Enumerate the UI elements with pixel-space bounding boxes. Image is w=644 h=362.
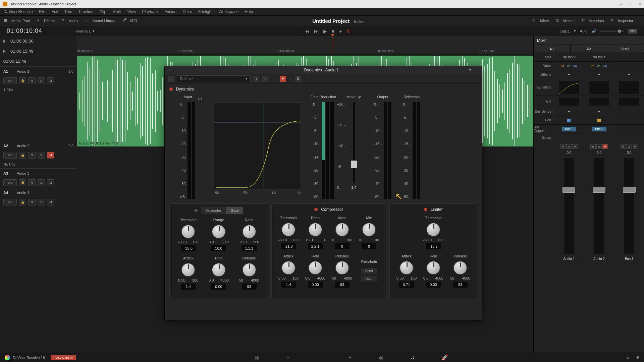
ch-mute-button[interactable]: M [633, 144, 638, 149]
sidechain-listen-button[interactable]: Listen [361, 276, 378, 282]
knob-value[interactable]: 0.00 [308, 282, 323, 288]
cut-page-icon[interactable]: ✂ [286, 354, 291, 361]
metadata-button[interactable]: 🏷Metadata [581, 18, 604, 23]
fairlight-page-icon[interactable]: ♫ [411, 354, 415, 361]
add-preset-button[interactable]: + [168, 76, 174, 82]
dynamics-cell[interactable] [554, 79, 584, 96]
eq-cell[interactable] [614, 96, 644, 107]
record-button[interactable]: ● [339, 28, 342, 34]
play-button[interactable]: ▶ [323, 28, 327, 34]
knob-value[interactable]: 93 [242, 284, 257, 290]
media-page-icon[interactable]: ▦ [255, 354, 260, 361]
ratio-knob[interactable] [308, 223, 322, 237]
track-header[interactable]: A2Audio 22.0 [0, 141, 77, 150]
track-header[interactable]: A4Audio 4 [0, 188, 77, 197]
record-arm-button[interactable]: R [28, 152, 36, 159]
track-header[interactable]: A1Audio 11.0 [0, 66, 77, 76]
sound-library-button[interactable]: ♪Sound Library [85, 18, 115, 23]
speaker-icon[interactable]: 🔊 [592, 29, 596, 33]
settings-icon[interactable]: ⚙ [636, 355, 639, 360]
mute-button[interactable]: M [47, 199, 54, 205]
loop-button[interactable]: ↻ [347, 28, 351, 34]
hold-knob[interactable] [308, 261, 322, 275]
ch-record-button[interactable]: R [621, 144, 626, 149]
attack-knob[interactable] [281, 261, 296, 275]
knob-value[interactable]: 0.00 [211, 284, 226, 290]
index-button[interactable]: ≡Index [62, 18, 78, 23]
bus-output-cell[interactable]: Bus 1 [554, 125, 584, 133]
home-icon[interactable]: ⌂ [627, 355, 629, 360]
monitor-bus[interactable]: Bus 1 [560, 29, 570, 33]
eq-cell[interactable] [584, 96, 614, 107]
dynamics-curve[interactable]: -60-40-200 [214, 102, 301, 189]
dynamics-cell[interactable] [614, 79, 644, 96]
ch-solo-button[interactable]: S [566, 144, 572, 149]
add-send-button[interactable]: + [584, 107, 614, 116]
effects-button[interactable]: ✦Effects [37, 18, 55, 23]
next-button[interactable]: ⏭ [314, 28, 319, 34]
knob-value[interactable]: 2.2:1 [308, 243, 323, 249]
menu-item[interactable]: Playback [142, 9, 158, 14]
menu-item[interactable]: View [127, 9, 136, 14]
range-knob[interactable] [212, 225, 226, 239]
threshold-knob[interactable] [426, 223, 440, 237]
menu-item[interactable]: File [39, 9, 45, 14]
track-level[interactable]: 0.0 [3, 77, 17, 84]
gate-tab[interactable]: Gate [226, 207, 244, 214]
solo-button[interactable]: S [38, 179, 45, 186]
knob-value[interactable]: 1.4 [181, 284, 196, 290]
add-effect-button[interactable]: + [614, 70, 644, 79]
fader[interactable] [624, 158, 634, 254]
input-cell[interactable]: No Input [584, 53, 614, 61]
order-cell[interactable]: FXDYEQ [584, 62, 614, 70]
fader-handle[interactable] [623, 187, 636, 193]
close-icon[interactable]: ✕ [638, 2, 641, 6]
makeup-slider[interactable] [353, 102, 355, 183]
knob-value[interactable]: 1.4 [281, 282, 296, 288]
hold-knob[interactable] [212, 263, 226, 277]
pan-cell[interactable] [584, 116, 614, 124]
swap-ab-icon[interactable]: → [289, 77, 292, 81]
menu-item[interactable]: DaVinci Resolve [3, 9, 33, 14]
record-arm-button[interactable]: R [28, 179, 36, 186]
attack-knob[interactable] [181, 263, 195, 277]
menu-item[interactable]: Mark [112, 9, 121, 14]
makeup-handle[interactable] [351, 161, 357, 168]
limiter-enable-toggle[interactable] [424, 208, 427, 211]
preset-selector[interactable]: Default*▾ [177, 75, 251, 82]
mixer-toggle-button[interactable]: ⎚Mixer [533, 18, 549, 23]
mixer-tab[interactable]: A1 [534, 45, 571, 53]
fader-handle[interactable] [593, 187, 605, 193]
ch-record-button[interactable]: R [590, 144, 596, 149]
dynamics-close-button[interactable]: ✕ [168, 68, 171, 72]
stop-button[interactable]: ■ [332, 28, 334, 34]
lock-button[interactable]: 🔒 [19, 152, 26, 159]
knob-value[interactable]: 0 [335, 243, 350, 249]
compare-b-button[interactable]: B [295, 76, 301, 82]
attack-knob[interactable] [399, 261, 414, 275]
color-page-icon[interactable]: ◉ [379, 354, 384, 361]
knob-value[interactable]: 0.00 [426, 282, 441, 288]
timeline-selector[interactable]: Timeline 1▾ [74, 29, 95, 33]
input-cell[interactable]: No Input [554, 53, 584, 61]
lock-button[interactable]: 🔒 [19, 77, 26, 84]
bus-output-cell[interactable]: Bus 1 [584, 125, 614, 133]
menu-item[interactable]: Color [182, 9, 192, 14]
lock-button[interactable]: 🔒 [19, 199, 26, 205]
solo-button[interactable]: S [38, 152, 45, 159]
menu-item[interactable]: Workspace [219, 9, 239, 14]
prev-button[interactable]: ⏮ [305, 28, 309, 34]
knob-value[interactable]: 93 [335, 282, 350, 288]
minimize-icon[interactable]: — [619, 2, 623, 6]
release-knob[interactable] [453, 261, 467, 275]
fusion-page-icon[interactable]: ✦ [348, 354, 352, 361]
compare-a-button[interactable]: A [280, 76, 286, 82]
add-send-button[interactable]: + [554, 107, 584, 116]
release-knob[interactable] [335, 261, 349, 275]
ch-record-button[interactable]: R [560, 144, 566, 149]
options-icon[interactable]: ⋯ [475, 68, 479, 72]
knob-value[interactable]: -18.2 [426, 243, 441, 249]
eq-cell[interactable] [554, 96, 584, 107]
mix-knob[interactable] [362, 223, 376, 237]
knob-value[interactable]: 0 [362, 243, 376, 249]
